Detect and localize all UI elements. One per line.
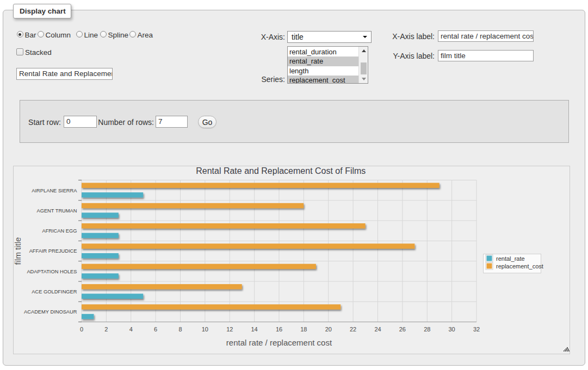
svg-text:AIRPLANE SIERRA: AIRPLANE SIERRA (32, 188, 77, 193)
svg-text:14: 14 (251, 326, 257, 333)
svg-text:replacement_cost: replacement_cost (496, 263, 543, 269)
svg-text:32: 32 (473, 326, 480, 333)
svg-text:AFRICAN EGG: AFRICAN EGG (42, 228, 77, 234)
svg-text:30: 30 (448, 326, 455, 333)
svg-text:18: 18 (300, 326, 307, 333)
svg-text:10: 10 (202, 326, 208, 333)
svg-text:Rental Rate and Replacement Co: Rental Rate and Replacement Cost of Film… (196, 166, 366, 175)
svg-text:AFFAIR PREJUDICE: AFFAIR PREJUDICE (29, 248, 77, 254)
svg-text:ADAPTATION HOLES: ADAPTATION HOLES (27, 269, 77, 274)
svg-text:16: 16 (276, 326, 282, 333)
svg-text:4: 4 (129, 326, 133, 333)
svg-text:22: 22 (350, 326, 356, 333)
svg-text:26: 26 (399, 326, 406, 333)
svg-text:28: 28 (424, 326, 430, 333)
svg-text:24: 24 (374, 326, 381, 333)
svg-text:0: 0 (80, 326, 83, 333)
svg-text:20: 20 (325, 326, 332, 333)
svg-text:12: 12 (226, 326, 233, 333)
svg-text:8: 8 (178, 326, 182, 333)
svg-text:ACE GOLDFINGER: ACE GOLDFINGER (32, 289, 77, 294)
svg-text:film title: film title (14, 237, 22, 265)
svg-text:rental_rate: rental_rate (496, 255, 525, 262)
svg-text:rental rate / replacement cost: rental rate / replacement cost (226, 338, 332, 347)
svg-text:ACADEMY DINOSAUR: ACADEMY DINOSAUR (24, 309, 77, 315)
svg-text:6: 6 (154, 326, 157, 333)
svg-text:AGENT TRUMAN: AGENT TRUMAN (36, 208, 77, 214)
svg-text:2: 2 (104, 326, 108, 333)
